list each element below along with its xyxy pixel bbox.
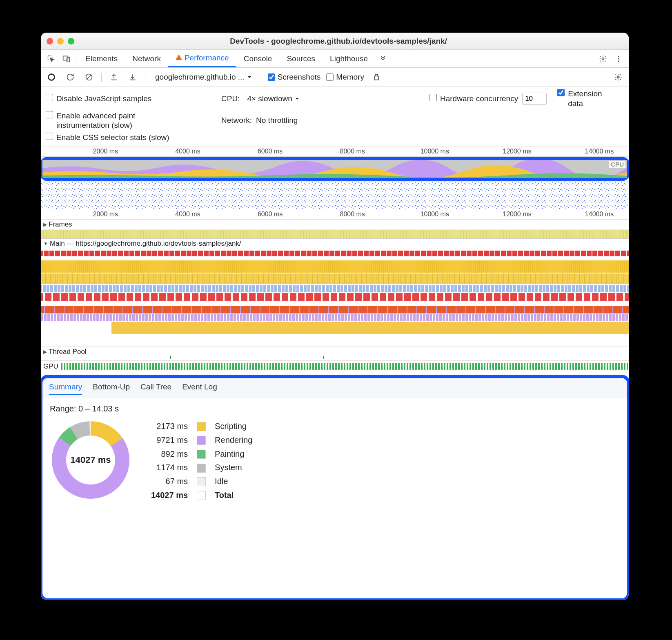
- clear-button[interactable]: [82, 71, 96, 84]
- screenshots-checkbox[interactable]: Screenshots: [268, 73, 321, 82]
- screenshots-strip[interactable]: [41, 181, 629, 210]
- extension-data-checkbox[interactable]: Extension data: [557, 89, 609, 109]
- network-throttle-value: No throttling: [256, 116, 298, 125]
- titlebar: DevTools - googlechrome.github.io/devtoo…: [41, 33, 629, 50]
- legend-total-row: 14027 msTotal: [147, 489, 256, 502]
- detail-ruler[interactable]: 2000 ms 4000 ms 6000 ms 8000 ms 10000 ms…: [41, 210, 629, 220]
- upload-profile-icon[interactable]: [107, 71, 120, 84]
- tab-performance[interactable]: Performance: [168, 50, 236, 67]
- warning-icon: [176, 54, 182, 60]
- summary-pane: Range: 0 – 14.03 s 14027 ms 2173 ms Scri…: [42, 398, 627, 598]
- minimize-icon[interactable]: [57, 38, 64, 44]
- disable-js-checkbox[interactable]: Disable JavaScript samples: [46, 94, 221, 104]
- css-selector-checkbox[interactable]: Enable CSS selector stats (slow): [46, 133, 221, 142]
- download-profile-icon[interactable]: [126, 71, 139, 84]
- profile-selector[interactable]: googlechrome.github.io ...: [151, 71, 256, 83]
- fullscreen-icon[interactable]: [68, 38, 74, 44]
- memory-checkbox-input[interactable]: [326, 73, 334, 81]
- legend-row: 2173 ms Scripting: [147, 420, 256, 433]
- capture-settings-icon[interactable]: [612, 71, 625, 84]
- svg-point-6: [618, 60, 619, 62]
- garbage-collect-icon[interactable]: [370, 71, 383, 84]
- gpu-track[interactable]: GPU: [41, 361, 629, 372]
- performance-toolbar: googlechrome.github.io ... Screenshots M…: [41, 68, 629, 87]
- cpu-throttle-select[interactable]: 4× slowdown: [244, 93, 303, 104]
- main-section-header[interactable]: ▼ Main — https://googlechrome.github.io/…: [41, 239, 629, 249]
- legend-row: 892 ms Painting: [147, 447, 256, 460]
- svg-point-4: [618, 56, 619, 57]
- advanced-paint-checkbox[interactable]: Enable advanced paint instrumentation (s…: [46, 111, 221, 131]
- drawer-tab-event-log[interactable]: Event Log: [182, 382, 217, 395]
- cpu-throttle: CPU: 4× slowdown: [221, 93, 429, 104]
- tab-sources[interactable]: Sources: [279, 50, 323, 67]
- chevron-down-icon: [247, 75, 252, 80]
- tab-network[interactable]: Network: [125, 50, 168, 67]
- gpu-label: GPU: [43, 362, 58, 371]
- summary-legend: 2173 ms Scripting9721 ms Rendering892 ms…: [146, 419, 257, 502]
- drawer-tab-summary[interactable]: Summary: [49, 382, 82, 395]
- legend-row: 9721 ms Rendering: [147, 433, 256, 447]
- svg-point-3: [602, 58, 604, 60]
- overview-ruler[interactable]: 2000 ms 4000 ms 6000 ms 8000 ms 10000 ms…: [41, 147, 629, 157]
- settings-icon[interactable]: [595, 51, 611, 67]
- svg-point-8: [617, 76, 619, 78]
- inspect-icon[interactable]: [43, 51, 59, 67]
- devtools-window: DevTools - googlechrome.github.io/devtoo…: [41, 33, 629, 600]
- tab-elements[interactable]: Elements: [78, 50, 125, 67]
- kebab-menu-icon[interactable]: [611, 51, 626, 67]
- tab-console[interactable]: Console: [236, 50, 280, 67]
- drawer-tab-call-tree[interactable]: Call Tree: [140, 382, 171, 395]
- donut-center-label: 14027 ms: [50, 419, 131, 501]
- reload-record-button[interactable]: [64, 71, 77, 84]
- cpu-overview[interactable]: CPU: [42, 160, 627, 178]
- cpu-label: CPU: [609, 161, 625, 168]
- capture-settings: Disable JavaScript samples CPU: 4× slowd…: [41, 87, 629, 147]
- summary-donut-chart: 14027 ms: [50, 419, 131, 501]
- network-throttle: Network: No throttling: [221, 116, 429, 125]
- panel-tabs: Elements Network Performance Console Sou…: [41, 50, 629, 68]
- hardware-concurrency-input[interactable]: [522, 93, 547, 105]
- thread-pool-track[interactable]: ▶ Thread Pool: [41, 347, 629, 361]
- window-controls: [47, 38, 74, 44]
- summary-highlight: Summary Bottom-Up Call Tree Event Log Ra…: [41, 375, 629, 600]
- device-toggle-icon[interactable]: [59, 51, 74, 67]
- frames-track[interactable]: [41, 230, 629, 239]
- tab-lighthouse[interactable]: Lighthouse: [323, 50, 375, 67]
- screenshots-checkbox-input[interactable]: [268, 73, 275, 81]
- collapse-icon: ▼: [43, 241, 48, 247]
- cpu-highlight: CPU: [41, 157, 629, 181]
- memory-checkbox[interactable]: Memory: [326, 73, 364, 82]
- hardware-concurrency-row: Hardware concurrency Extension data: [429, 89, 621, 109]
- expand-icon: ▶: [43, 349, 47, 355]
- legend-row: 67 ms Idle: [147, 475, 256, 488]
- drawer-tab-bottom-up[interactable]: Bottom-Up: [93, 382, 130, 395]
- legend-row: 1174 ms System: [147, 461, 256, 474]
- drawer-tabs: Summary Bottom-Up Call Tree Event Log: [42, 378, 627, 398]
- profile-selector-label: googlechrome.github.io ...: [155, 73, 245, 82]
- close-icon[interactable]: [47, 38, 53, 44]
- window-title: DevTools - googlechrome.github.io/devtoo…: [78, 37, 599, 46]
- main-flame-chart[interactable]: [41, 249, 629, 347]
- summary-range: Range: 0 – 14.03 s: [50, 404, 620, 413]
- hardware-concurrency-checkbox[interactable]: Hardware concurrency: [429, 94, 518, 104]
- chevron-down-icon: [295, 96, 300, 101]
- more-tabs-icon[interactable]: [375, 51, 391, 67]
- expand-icon: ▶: [43, 222, 47, 227]
- frames-section-header[interactable]: ▶ Frames: [41, 220, 629, 230]
- record-button[interactable]: [45, 71, 58, 84]
- svg-point-5: [618, 58, 619, 59]
